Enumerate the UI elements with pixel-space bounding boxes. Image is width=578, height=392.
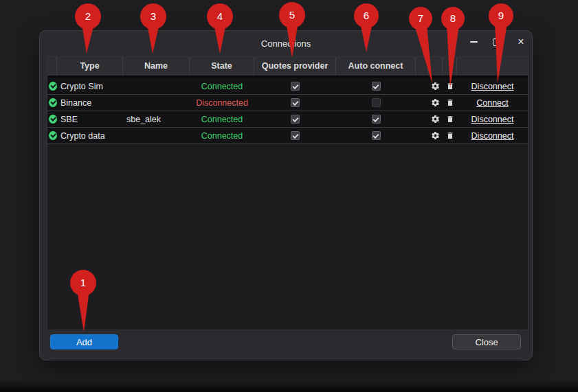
connection-type: Binance bbox=[57, 95, 123, 111]
connection-action-link[interactable]: Connect bbox=[476, 98, 509, 108]
quotes-provider-checkbox[interactable] bbox=[291, 98, 300, 107]
status-ok-icon bbox=[49, 131, 57, 140]
status-ok-icon bbox=[49, 115, 57, 124]
connections-table: Type Name State Quotes provider Auto con… bbox=[47, 56, 529, 330]
column-header-type: Type bbox=[57, 57, 123, 76]
column-header-settings bbox=[428, 57, 443, 76]
connection-name: sbe_alek bbox=[123, 111, 190, 127]
settings-gear-icon[interactable] bbox=[428, 111, 443, 127]
quotes-provider-checkbox[interactable] bbox=[291, 115, 300, 124]
title-bar: Connections × bbox=[40, 31, 532, 56]
connection-state: Connected bbox=[190, 128, 254, 143]
column-header-auto-connect: Auto connect bbox=[336, 57, 416, 76]
connection-type: SBE bbox=[57, 111, 123, 127]
column-header-name: Name bbox=[123, 57, 190, 76]
auto-connect-checkbox[interactable] bbox=[372, 131, 381, 140]
connection-state: Disconnected bbox=[190, 95, 254, 111]
svg-text:2: 2 bbox=[85, 10, 91, 22]
svg-text:3: 3 bbox=[151, 10, 156, 22]
column-header-status bbox=[47, 57, 57, 76]
svg-text:4: 4 bbox=[217, 10, 223, 22]
connection-name bbox=[123, 128, 190, 143]
connection-action-link[interactable]: Disconnect bbox=[471, 82, 514, 91]
connection-state: Connected bbox=[190, 111, 254, 127]
table-header-row: Type Name State Quotes provider Auto con… bbox=[47, 57, 528, 76]
svg-text:8: 8 bbox=[450, 12, 456, 24]
bottom-shadow-strip bbox=[0, 380, 578, 392]
table-row: Crypto Sim Connected Disconnect bbox=[47, 78, 528, 95]
table-row: Crypto data Connected Disconnect bbox=[47, 128, 528, 144]
window-title: Connections bbox=[40, 31, 532, 56]
table-body: Crypto Sim Connected Disconnect Binance … bbox=[47, 78, 528, 144]
connection-type: Crypto data bbox=[57, 128, 123, 143]
svg-text:5: 5 bbox=[289, 9, 295, 21]
auto-connect-checkbox[interactable] bbox=[372, 115, 381, 124]
table-row: SBE sbe_alek Connected Disconnect bbox=[47, 111, 528, 128]
connections-dialog: Connections × Type Name State Quotes pro… bbox=[39, 30, 533, 360]
svg-text:7: 7 bbox=[418, 12, 423, 24]
column-header-action bbox=[457, 57, 528, 76]
column-header-state: State bbox=[190, 57, 254, 76]
auto-connect-checkbox[interactable] bbox=[372, 82, 381, 91]
column-header-spacer bbox=[416, 57, 428, 76]
connection-action-link[interactable]: Disconnect bbox=[471, 115, 514, 124]
column-header-delete bbox=[443, 57, 457, 76]
settings-gear-icon[interactable] bbox=[428, 78, 443, 94]
delete-trash-icon[interactable] bbox=[443, 95, 457, 111]
close-icon: × bbox=[518, 34, 524, 49]
table-row: Binance Disconnected Connect bbox=[47, 95, 528, 111]
minimize-button[interactable] bbox=[464, 34, 483, 49]
maximize-icon bbox=[493, 38, 500, 46]
settings-gear-icon[interactable] bbox=[428, 95, 443, 111]
close-button[interactable]: Close bbox=[452, 334, 521, 349]
settings-gear-icon[interactable] bbox=[428, 128, 443, 143]
connection-type: Crypto Sim bbox=[57, 78, 123, 94]
connection-state: Connected bbox=[190, 78, 254, 94]
delete-trash-icon[interactable] bbox=[443, 78, 457, 94]
auto-connect-checkbox[interactable] bbox=[372, 98, 381, 107]
svg-text:6: 6 bbox=[364, 10, 369, 21]
maximize-button[interactable] bbox=[487, 34, 506, 49]
minimize-icon bbox=[470, 41, 478, 43]
quotes-provider-checkbox[interactable] bbox=[291, 82, 300, 91]
svg-text:9: 9 bbox=[498, 10, 504, 21]
column-header-quotes-provider: Quotes provider bbox=[254, 57, 336, 76]
status-ok-icon bbox=[49, 98, 57, 107]
status-ok-icon bbox=[49, 82, 57, 91]
add-button[interactable]: Add bbox=[50, 334, 118, 349]
connection-name bbox=[123, 95, 190, 111]
connection-action-link[interactable]: Disconnect bbox=[471, 131, 514, 141]
delete-trash-icon[interactable] bbox=[443, 111, 457, 127]
connection-name bbox=[123, 78, 190, 94]
close-window-button[interactable]: × bbox=[511, 34, 531, 49]
delete-trash-icon[interactable] bbox=[443, 128, 457, 143]
quotes-provider-checkbox[interactable] bbox=[291, 131, 300, 140]
